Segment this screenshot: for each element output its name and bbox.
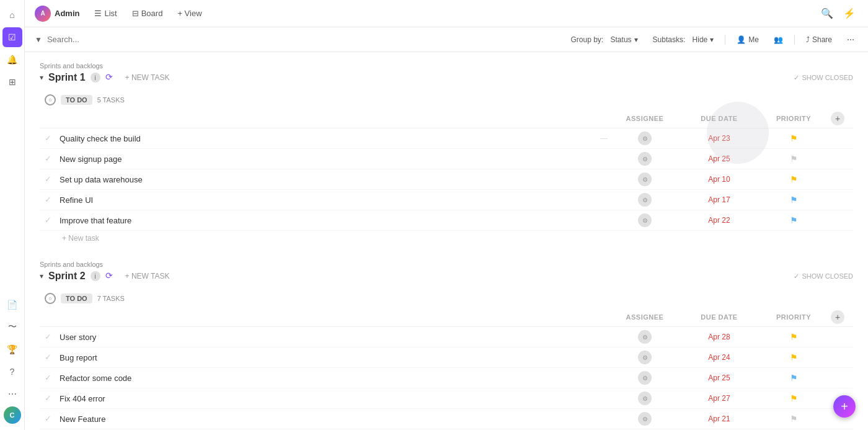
group-by-button[interactable]: Group by: Status ▾ bbox=[567, 34, 641, 46]
sprint-1-new-task-button[interactable]: + NEW TASK bbox=[122, 72, 174, 83]
sprint-1-info-icon[interactable]: i bbox=[91, 73, 100, 83]
task-priority: ⚑ bbox=[756, 133, 831, 143]
task-check-icon[interactable]: ✓ bbox=[45, 133, 55, 143]
toolbar-right: Group by: Status ▾ Subtasks: Hide ▾ 👤 Me… bbox=[567, 34, 858, 46]
task-check-icon[interactable]: ✓ bbox=[45, 352, 55, 362]
table-row[interactable]: ✓ Bug report ⚙ Apr 24 ⚑ bbox=[40, 347, 853, 368]
tasks-icon[interactable]: ☑ bbox=[2, 27, 22, 47]
sprint-1-action-icon[interactable]: ⟳ bbox=[105, 72, 117, 83]
task-check-icon[interactable]: ✓ bbox=[45, 154, 55, 164]
task-due-date: Apr 23 bbox=[682, 134, 756, 143]
task-due-date: Apr 28 bbox=[682, 333, 756, 341]
col-header-due-date-2: DUE DATE bbox=[682, 313, 756, 321]
doc-icon[interactable]: 📄 bbox=[2, 295, 22, 315]
share-label: Share bbox=[812, 35, 832, 44]
assignee-avatar: ⚙ bbox=[638, 193, 652, 207]
task-name: Quality check the build bbox=[60, 134, 598, 143]
group-collapse-button[interactable]: ○ bbox=[45, 94, 56, 105]
show-closed-label-2: SHOW CLOSED bbox=[802, 272, 853, 280]
task-priority: ⚑ bbox=[756, 373, 831, 383]
nav-list-label: List bbox=[104, 9, 117, 18]
nav-board[interactable]: ⊟ Board bbox=[127, 6, 168, 20]
priority-flag-icon: ⚑ bbox=[790, 332, 798, 342]
search-input[interactable] bbox=[47, 35, 134, 44]
sprint-1-status-badge[interactable]: TO DO bbox=[61, 95, 92, 105]
filter-button[interactable]: ▼ bbox=[35, 35, 42, 44]
help-icon[interactable]: ? bbox=[2, 362, 22, 382]
new-task-row[interactable]: + New task bbox=[40, 231, 853, 246]
task-due-date: Apr 25 bbox=[682, 155, 756, 163]
add-column-button[interactable]: + bbox=[831, 112, 844, 125]
user-avatar[interactable]: C bbox=[4, 406, 21, 424]
task-check-icon[interactable]: ✓ bbox=[45, 195, 55, 205]
task-name: New Feature bbox=[60, 414, 608, 424]
table-row[interactable]: ✓ Refactor some code ⚙ Apr 25 ⚑ bbox=[40, 368, 853, 388]
content: Sprints and backlogs ▾ Sprint 1 i ⟳ + NE… bbox=[25, 52, 868, 430]
sprint-2-status-badge[interactable]: TO DO bbox=[61, 293, 92, 303]
subtasks-button[interactable]: Subtasks: Hide ▾ bbox=[649, 34, 718, 46]
sprint-1-collapse-icon[interactable]: ▾ bbox=[40, 73, 43, 82]
table-row[interactable]: ✓ Fix 404 error ⚙ Apr 27 ⚑ bbox=[40, 388, 853, 409]
table-row[interactable]: ✓ Improve that feature ⚙ Apr 22 ⚑ bbox=[40, 210, 853, 231]
assignee-avatar: ⚙ bbox=[638, 392, 652, 405]
group-by-value: Status bbox=[611, 35, 632, 44]
task-dash: — bbox=[600, 134, 608, 143]
task-check-icon[interactable]: ✓ bbox=[45, 332, 55, 342]
search-icon[interactable]: 🔍 bbox=[818, 5, 836, 22]
task-check-icon[interactable]: ✓ bbox=[45, 215, 55, 225]
sprint-1-section: Sprints and backlogs ▾ Sprint 1 i ⟳ + NE… bbox=[40, 62, 853, 246]
share-button[interactable]: ⤴ Share bbox=[802, 34, 836, 46]
list-icon: ☰ bbox=[94, 9, 102, 18]
more-dots-icon[interactable]: ⋯ bbox=[2, 384, 22, 404]
table-row[interactable]: ✓ Set up data warehouse ⚙ Apr 10 ⚑ bbox=[40, 169, 853, 190]
task-due-date: Apr 25 bbox=[682, 374, 756, 382]
sprint-2-collapse-icon[interactable]: ▾ bbox=[40, 272, 43, 280]
task-name: Refine UI bbox=[60, 195, 608, 205]
task-due-date: Apr 21 bbox=[682, 414, 756, 423]
assignee-avatar: ⚙ bbox=[638, 330, 652, 344]
sprint-1-show-closed-button[interactable]: ✓ SHOW CLOSED bbox=[794, 74, 853, 82]
sprint-2-action-icon[interactable]: ⟳ bbox=[105, 271, 117, 282]
sprint-2-show-closed-button[interactable]: ✓ SHOW CLOSED bbox=[794, 272, 853, 280]
nav-view-label: + View bbox=[177, 9, 202, 18]
task-due-date: Apr 22 bbox=[682, 216, 756, 225]
lightning-icon[interactable]: ⚡ bbox=[841, 5, 858, 22]
table-row[interactable]: ✓ New Feature ⚙ Apr 21 ⚑ bbox=[40, 409, 853, 429]
signal-icon[interactable]: 〜 bbox=[2, 317, 22, 337]
nav-board-label: Board bbox=[141, 9, 163, 18]
table-row[interactable]: ✓ New signup page ⚙ Apr 25 ⚑ bbox=[40, 149, 853, 169]
share-icon: ⤴ bbox=[806, 35, 810, 44]
task-check-icon[interactable]: ✓ bbox=[45, 174, 55, 184]
navbar: A Admin ☰ List ⊟ Board + View 🔍 ⚡ bbox=[25, 0, 868, 27]
task-assignee: ⚙ bbox=[608, 132, 682, 145]
people-button[interactable]: 👥 bbox=[770, 34, 787, 46]
table-row[interactable]: ✓ Quality check the build — ⚙ Apr 23 ⚑ bbox=[40, 128, 853, 149]
priority-flag-icon: ⚑ bbox=[790, 154, 798, 164]
more-options-button[interactable]: ⋯ bbox=[843, 34, 858, 46]
task-priority: ⚑ bbox=[756, 174, 831, 184]
task-priority: ⚑ bbox=[756, 393, 831, 403]
add-column-button-2[interactable]: + bbox=[831, 310, 844, 324]
nav-view[interactable]: + View bbox=[172, 6, 206, 20]
fab-button[interactable]: + bbox=[833, 395, 856, 418]
home-icon[interactable]: ⌂ bbox=[2, 5, 22, 25]
table-row[interactable]: ✓ Refine UI ⚙ Apr 17 ⚑ bbox=[40, 190, 853, 210]
group-2-collapse-button[interactable]: ○ bbox=[45, 293, 56, 304]
task-priority: ⚑ bbox=[756, 414, 831, 424]
toolbar-divider-2 bbox=[794, 35, 795, 45]
bell-icon[interactable]: 🔔 bbox=[2, 50, 22, 69]
people-icon: 👥 bbox=[774, 35, 783, 44]
task-check-icon[interactable]: ✓ bbox=[45, 393, 55, 403]
table-row[interactable]: ✓ User story ⚙ Apr 28 ⚑ bbox=[40, 327, 853, 347]
me-button[interactable]: 👤 Me bbox=[733, 34, 763, 46]
sprint-2-info-icon[interactable]: i bbox=[91, 271, 100, 281]
task-check-icon[interactable]: ✓ bbox=[45, 373, 55, 383]
sprint-1-task-group: ○ TO DO 5 TASKS ASSIGNEE DUE DATE PRIORI… bbox=[40, 91, 853, 246]
nav-list[interactable]: ☰ List bbox=[89, 6, 122, 20]
task-name: Improve that feature bbox=[60, 216, 608, 225]
task-assignee: ⚙ bbox=[608, 330, 682, 344]
sprint-2-new-task-button[interactable]: + NEW TASK bbox=[122, 271, 174, 282]
task-check-icon[interactable]: ✓ bbox=[45, 414, 55, 424]
grid-icon[interactable]: ⊞ bbox=[2, 72, 22, 92]
trophy-icon[interactable]: 🏆 bbox=[2, 339, 22, 359]
